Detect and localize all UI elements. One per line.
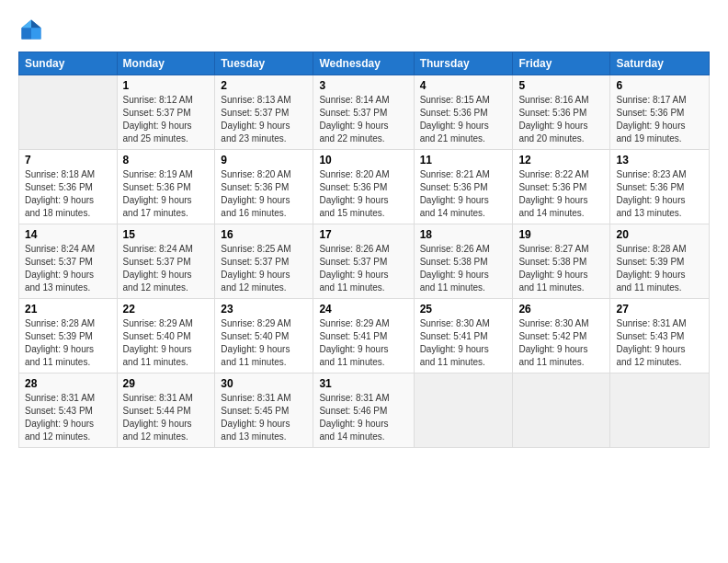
day-number: 13	[616, 154, 703, 167]
day-info: Sunrise: 8:25 AM Sunset: 5:37 PM Dayligh…	[221, 243, 307, 294]
day-number: 2	[221, 79, 307, 92]
day-cell: 14Sunrise: 8:24 AM Sunset: 5:37 PM Dayli…	[19, 224, 118, 299]
day-cell: 30Sunrise: 8:31 AM Sunset: 5:45 PM Dayli…	[215, 373, 313, 448]
header-cell-monday: Monday	[117, 52, 215, 75]
day-cell	[513, 373, 610, 448]
day-number: 19	[518, 228, 604, 241]
day-cell: 23Sunrise: 8:29 AM Sunset: 5:40 PM Dayli…	[215, 299, 313, 373]
day-number: 22	[123, 303, 210, 316]
day-info: Sunrise: 8:31 AM Sunset: 5:43 PM Dayligh…	[25, 392, 111, 443]
day-number: 4	[420, 79, 507, 92]
header-cell-saturday: Saturday	[610, 52, 710, 75]
day-info: Sunrise: 8:20 AM Sunset: 5:36 PM Dayligh…	[221, 168, 307, 220]
day-number: 7	[25, 154, 111, 167]
day-info: Sunrise: 8:29 AM Sunset: 5:40 PM Dayligh…	[221, 317, 307, 369]
day-number: 30	[221, 377, 307, 390]
day-number: 1	[123, 79, 210, 92]
day-number: 18	[420, 228, 507, 241]
day-number: 21	[25, 303, 111, 316]
day-info: Sunrise: 8:19 AM Sunset: 5:36 PM Dayligh…	[123, 168, 210, 220]
day-info: Sunrise: 8:24 AM Sunset: 5:37 PM Dayligh…	[25, 243, 111, 294]
week-row-4: 21Sunrise: 8:28 AM Sunset: 5:39 PM Dayli…	[19, 299, 710, 373]
day-info: Sunrise: 8:20 AM Sunset: 5:36 PM Dayligh…	[319, 168, 407, 220]
day-number: 28	[25, 377, 111, 390]
day-cell: 11Sunrise: 8:21 AM Sunset: 5:36 PM Dayli…	[414, 150, 513, 224]
day-info: Sunrise: 8:18 AM Sunset: 5:36 PM Dayligh…	[25, 168, 111, 220]
day-cell: 12Sunrise: 8:22 AM Sunset: 5:36 PM Dayli…	[513, 150, 610, 224]
day-cell: 15Sunrise: 8:24 AM Sunset: 5:37 PM Dayli…	[117, 224, 215, 299]
day-cell: 17Sunrise: 8:26 AM Sunset: 5:37 PM Dayli…	[313, 224, 414, 299]
day-info: Sunrise: 8:21 AM Sunset: 5:36 PM Dayligh…	[420, 168, 507, 220]
day-number: 8	[123, 154, 210, 167]
day-cell: 29Sunrise: 8:31 AM Sunset: 5:44 PM Dayli…	[117, 373, 215, 448]
day-cell: 31Sunrise: 8:31 AM Sunset: 5:46 PM Dayli…	[313, 373, 414, 448]
day-number: 27	[616, 303, 703, 316]
day-info: Sunrise: 8:28 AM Sunset: 5:39 PM Dayligh…	[616, 243, 703, 294]
day-number: 16	[221, 228, 307, 241]
day-cell: 20Sunrise: 8:28 AM Sunset: 5:39 PM Dayli…	[610, 224, 710, 299]
day-info: Sunrise: 8:28 AM Sunset: 5:39 PM Dayligh…	[25, 317, 111, 369]
day-info: Sunrise: 8:24 AM Sunset: 5:37 PM Dayligh…	[123, 243, 210, 294]
day-cell: 2Sunrise: 8:13 AM Sunset: 5:37 PM Daylig…	[215, 75, 313, 150]
day-cell: 6Sunrise: 8:17 AM Sunset: 5:36 PM Daylig…	[610, 75, 710, 150]
day-cell	[19, 75, 118, 150]
day-number: 9	[221, 154, 307, 167]
day-info: Sunrise: 8:27 AM Sunset: 5:38 PM Dayligh…	[518, 243, 604, 294]
day-info: Sunrise: 8:29 AM Sunset: 5:41 PM Dayligh…	[319, 317, 407, 369]
header-cell-friday: Friday	[513, 52, 610, 75]
day-number: 29	[123, 377, 210, 390]
week-row-3: 14Sunrise: 8:24 AM Sunset: 5:37 PM Dayli…	[19, 224, 710, 299]
day-cell: 18Sunrise: 8:26 AM Sunset: 5:38 PM Dayli…	[414, 224, 513, 299]
day-number: 3	[319, 79, 407, 92]
day-info: Sunrise: 8:13 AM Sunset: 5:37 PM Dayligh…	[221, 94, 307, 145]
day-cell: 5Sunrise: 8:16 AM Sunset: 5:36 PM Daylig…	[513, 75, 610, 150]
header-cell-thursday: Thursday	[414, 52, 513, 75]
day-number: 14	[25, 228, 111, 241]
svg-marker-3	[22, 28, 32, 39]
svg-marker-1	[31, 20, 41, 29]
day-cell: 3Sunrise: 8:14 AM Sunset: 5:37 PM Daylig…	[313, 75, 414, 150]
day-info: Sunrise: 8:17 AM Sunset: 5:36 PM Dayligh…	[616, 94, 703, 145]
day-info: Sunrise: 8:15 AM Sunset: 5:36 PM Dayligh…	[420, 94, 507, 145]
day-cell: 22Sunrise: 8:29 AM Sunset: 5:40 PM Dayli…	[117, 299, 215, 373]
day-cell	[414, 373, 513, 448]
day-cell: 16Sunrise: 8:25 AM Sunset: 5:37 PM Dayli…	[215, 224, 313, 299]
page-container: SundayMondayTuesdayWednesdayThursdayFrid…	[0, 0, 728, 457]
header-cell-wednesday: Wednesday	[313, 52, 414, 75]
day-number: 11	[420, 154, 507, 167]
day-number: 10	[319, 154, 407, 167]
svg-marker-4	[22, 20, 32, 29]
day-cell: 26Sunrise: 8:30 AM Sunset: 5:42 PM Dayli…	[513, 299, 610, 373]
day-cell: 1Sunrise: 8:12 AM Sunset: 5:37 PM Daylig…	[117, 75, 215, 150]
day-cell: 10Sunrise: 8:20 AM Sunset: 5:36 PM Dayli…	[313, 150, 414, 224]
day-number: 12	[518, 154, 604, 167]
logo-icon	[18, 17, 44, 42]
day-cell: 19Sunrise: 8:27 AM Sunset: 5:38 PM Dayli…	[513, 224, 610, 299]
day-number: 24	[319, 303, 407, 316]
week-row-1: 1Sunrise: 8:12 AM Sunset: 5:37 PM Daylig…	[19, 75, 710, 150]
day-info: Sunrise: 8:23 AM Sunset: 5:36 PM Dayligh…	[616, 168, 703, 220]
logo	[18, 17, 48, 42]
day-info: Sunrise: 8:30 AM Sunset: 5:41 PM Dayligh…	[420, 317, 507, 369]
day-cell: 13Sunrise: 8:23 AM Sunset: 5:36 PM Dayli…	[610, 150, 710, 224]
day-number: 17	[319, 228, 407, 241]
day-cell: 27Sunrise: 8:31 AM Sunset: 5:43 PM Dayli…	[610, 299, 710, 373]
day-cell: 9Sunrise: 8:20 AM Sunset: 5:36 PM Daylig…	[215, 150, 313, 224]
week-row-2: 7Sunrise: 8:18 AM Sunset: 5:36 PM Daylig…	[19, 150, 710, 224]
day-info: Sunrise: 8:31 AM Sunset: 5:45 PM Dayligh…	[221, 392, 307, 443]
header-row: SundayMondayTuesdayWednesdayThursdayFrid…	[19, 52, 710, 75]
header-cell-sunday: Sunday	[19, 52, 118, 75]
day-number: 23	[221, 303, 307, 316]
header	[18, 17, 710, 42]
day-number: 31	[319, 377, 407, 390]
day-info: Sunrise: 8:12 AM Sunset: 5:37 PM Dayligh…	[123, 94, 210, 145]
day-info: Sunrise: 8:31 AM Sunset: 5:44 PM Dayligh…	[123, 392, 210, 443]
day-info: Sunrise: 8:14 AM Sunset: 5:37 PM Dayligh…	[319, 94, 407, 145]
day-info: Sunrise: 8:29 AM Sunset: 5:40 PM Dayligh…	[123, 317, 210, 369]
day-cell: 24Sunrise: 8:29 AM Sunset: 5:41 PM Dayli…	[313, 299, 414, 373]
day-number: 25	[420, 303, 507, 316]
day-cell: 21Sunrise: 8:28 AM Sunset: 5:39 PM Dayli…	[19, 299, 118, 373]
calendar-table: SundayMondayTuesdayWednesdayThursdayFrid…	[18, 52, 710, 448]
day-cell: 25Sunrise: 8:30 AM Sunset: 5:41 PM Dayli…	[414, 299, 513, 373]
day-info: Sunrise: 8:31 AM Sunset: 5:46 PM Dayligh…	[319, 392, 407, 443]
